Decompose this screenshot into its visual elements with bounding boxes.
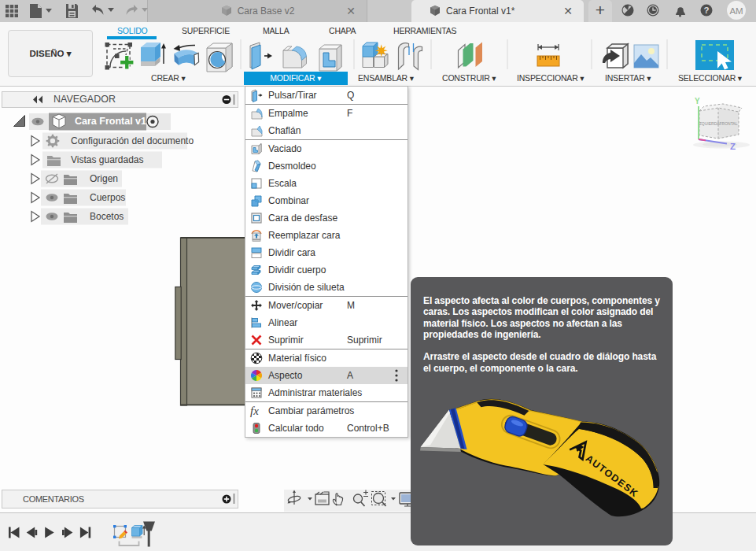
svg-text:Y: Y <box>695 97 700 105</box>
svg-text:Z: Z <box>730 142 736 151</box>
svg-text:fx: fx <box>250 405 259 417</box>
svg-text:?: ? <box>703 6 709 15</box>
svg-text:AM: AM <box>729 6 743 16</box>
svg-text:FRONTAL: FRONTAL <box>720 121 738 126</box>
svg-text:IZQUIERDA: IZQUIERDA <box>698 121 720 126</box>
